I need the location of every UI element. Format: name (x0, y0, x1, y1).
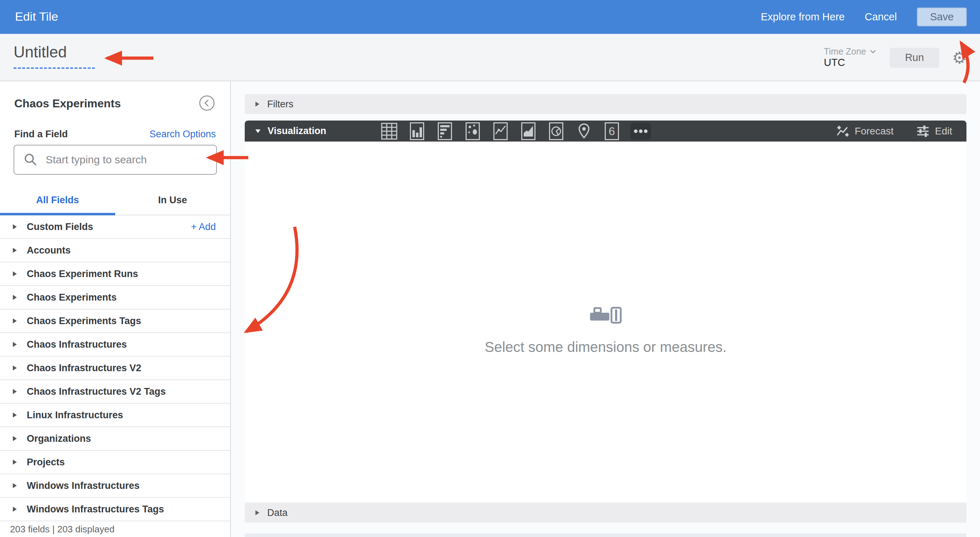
field-search-box[interactable] (14, 145, 217, 175)
scatter-chart-icon[interactable] (463, 122, 482, 140)
area-chart-icon[interactable] (519, 122, 538, 140)
field-group-chaos-experiments-tags[interactable]: Chaos Experiments Tags (0, 310, 230, 333)
flashlight-icon (589, 306, 622, 325)
field-search-input[interactable] (46, 154, 196, 166)
column-chart-icon[interactable] (408, 122, 426, 140)
viz-empty-state: Select some dimensions or measures. (245, 306, 966, 355)
field-group-windows-infrastructures[interactable]: Windows Infrastructures (0, 474, 230, 498)
next-section-edge (245, 534, 966, 537)
expand-triangle-icon (255, 510, 259, 515)
visualization-section-bar: Visualization (245, 121, 966, 141)
search-options-link[interactable]: Search Options (150, 129, 216, 140)
map-pin-icon[interactable] (575, 122, 593, 140)
sidebar-header: Chaos Experiments (0, 81, 230, 123)
field-group-chaos-infrastructures-v2[interactable]: Chaos Infrastructures V2 (0, 357, 230, 380)
field-group-custom-fields[interactable]: Custom Fields + Add (0, 215, 230, 239)
find-a-field-row: Find a Field Search Options (14, 127, 216, 141)
field-group-organizations[interactable]: Organizations (0, 427, 230, 451)
tile-title-text[interactable]: Untitled (14, 43, 95, 61)
collapse-sidebar-icon[interactable] (199, 95, 215, 111)
expand-triangle-icon (13, 342, 17, 347)
timezone-selector[interactable]: Time Zone UTC (824, 46, 877, 68)
tab-in-use[interactable]: In Use (115, 186, 231, 214)
explore-name: Chaos Experiments (14, 97, 121, 110)
field-group-chaos-infrastructures[interactable]: Chaos Infrastructures (0, 333, 230, 357)
expand-triangle-icon (13, 507, 17, 512)
expand-triangle-icon (13, 413, 17, 418)
field-count-footer: 203 fields | 203 displayed (0, 521, 230, 537)
field-group-chaos-infrastructures-v2-tags[interactable]: Chaos Infrastructures V2 Tags (0, 380, 230, 404)
expand-triangle-icon (13, 483, 17, 488)
explore-from-here-link[interactable]: Explore from Here (760, 11, 845, 23)
expand-triangle-icon (13, 224, 17, 229)
save-button[interactable]: Save (917, 8, 967, 26)
visualization-canvas: Select some dimensions or measures. (245, 141, 966, 501)
active-tab-underline (0, 213, 115, 215)
tune-sliders-icon (916, 125, 929, 137)
field-count-text: 203 fields | 203 displayed (10, 524, 115, 535)
field-group-chaos-experiment-runs[interactable]: Chaos Experiment Runs (0, 262, 230, 286)
tile-title-editable[interactable]: Untitled (14, 43, 95, 69)
sidebar-tabs: All Fields In Use (0, 186, 230, 215)
collapse-triangle-icon[interactable] (255, 129, 261, 133)
search-icon (24, 153, 38, 167)
field-picker-sidebar: Chaos Experiments Find a Field Search Op… (0, 81, 231, 537)
field-group-linux-infrastructures[interactable]: Linux Infrastructures (0, 404, 230, 427)
visualization-label[interactable]: Visualization (267, 126, 326, 137)
tab-all-fields[interactable]: All Fields (0, 186, 115, 214)
find-a-field-label: Find a Field (14, 129, 68, 140)
bar-chart-icon[interactable] (436, 122, 454, 140)
expand-triangle-icon (13, 436, 17, 441)
expand-triangle-icon (13, 460, 17, 465)
top-bar: Edit Tile Explore from Here Cancel Save (0, 0, 980, 34)
gear-icon[interactable]: ⚙ (952, 49, 967, 66)
dialog-title: Edit Tile (15, 10, 58, 24)
expand-triangle-icon (13, 272, 17, 276)
run-button[interactable]: Run (890, 48, 939, 68)
more-viz-types-icon[interactable] (630, 123, 651, 140)
explore-main-area: Filters Visualization (232, 82, 980, 537)
expand-triangle-icon (255, 102, 259, 106)
forecast-sparkle-icon (836, 125, 849, 138)
add-custom-field-button[interactable]: + Add (191, 221, 216, 232)
title-row: Untitled Time Zone UTC Run ⚙ (0, 34, 980, 81)
top-bar-actions: Explore from Here Cancel Save (760, 0, 967, 34)
expand-triangle-icon (13, 295, 17, 300)
cancel-button[interactable]: Cancel (865, 11, 897, 23)
expand-triangle-icon (13, 248, 17, 253)
edit-viz-button[interactable]: Edit (916, 125, 952, 137)
single-value-icon[interactable]: 6 (603, 122, 621, 140)
field-group-accounts[interactable]: Accounts (0, 239, 230, 262)
field-group-list: Custom Fields + Add Accounts Chaos Exper… (0, 215, 230, 521)
expand-triangle-icon (13, 318, 17, 323)
timezone-value: UTC (824, 57, 877, 68)
line-chart-icon[interactable] (491, 122, 510, 140)
expand-triangle-icon (13, 365, 17, 370)
empty-state-message: Select some dimensions or measures. (245, 339, 966, 355)
table-icon[interactable] (380, 122, 398, 140)
viz-type-picker: 6 (380, 122, 651, 140)
expand-triangle-icon (13, 389, 17, 394)
svg-text:6: 6 (609, 125, 615, 138)
timezone-label: Time Zone (824, 46, 866, 57)
chevron-down-icon (869, 48, 877, 56)
viz-toolbar-right: Forecast Edit (836, 125, 952, 138)
edit-tile-dialog: Edit Tile Explore from Here Cancel Save … (0, 0, 980, 537)
title-row-controls: Time Zone UTC Run ⚙ (824, 34, 967, 81)
field-group-windows-infrastructures-tags[interactable]: Windows Infrastructures Tags (0, 498, 230, 521)
pie-chart-icon[interactable] (547, 122, 565, 140)
field-group-chaos-experiments[interactable]: Chaos Experiments (0, 286, 230, 310)
field-group-projects[interactable]: Projects (0, 451, 230, 474)
filters-section-bar[interactable]: Filters (245, 94, 966, 114)
title-dashed-underline (14, 67, 95, 69)
forecast-button[interactable]: Forecast (836, 125, 894, 138)
data-section-bar[interactable]: Data (245, 503, 966, 523)
